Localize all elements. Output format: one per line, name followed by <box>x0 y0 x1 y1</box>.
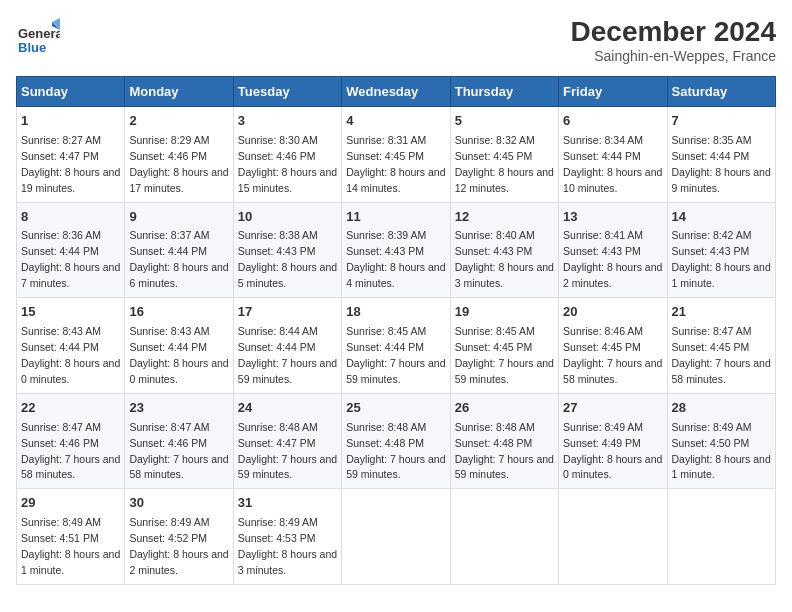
calendar-table: Sunday Monday Tuesday Wednesday Thursday… <box>16 76 776 585</box>
calendar-cell: 13Sunrise: 8:41 AMSunset: 4:43 PMDayligh… <box>559 202 667 298</box>
day-number: 13 <box>563 208 662 227</box>
day-number: 15 <box>21 303 120 322</box>
calendar-cell: 31Sunrise: 8:49 AMSunset: 4:53 PMDayligh… <box>233 489 341 585</box>
cell-details: Sunrise: 8:45 AMSunset: 4:44 PMDaylight:… <box>346 325 445 385</box>
main-title: December 2024 <box>571 16 776 48</box>
calendar-cell: 8Sunrise: 8:36 AMSunset: 4:44 PMDaylight… <box>17 202 125 298</box>
calendar-week-row: 29Sunrise: 8:49 AMSunset: 4:51 PMDayligh… <box>17 489 776 585</box>
cell-details: Sunrise: 8:43 AMSunset: 4:44 PMDaylight:… <box>129 325 228 385</box>
calendar-cell: 18Sunrise: 8:45 AMSunset: 4:44 PMDayligh… <box>342 298 450 394</box>
calendar-cell: 2Sunrise: 8:29 AMSunset: 4:46 PMDaylight… <box>125 107 233 203</box>
day-number: 19 <box>455 303 554 322</box>
col-monday: Monday <box>125 77 233 107</box>
day-number: 25 <box>346 399 445 418</box>
calendar-cell: 12Sunrise: 8:40 AMSunset: 4:43 PMDayligh… <box>450 202 558 298</box>
day-number: 30 <box>129 494 228 513</box>
calendar-cell: 11Sunrise: 8:39 AMSunset: 4:43 PMDayligh… <box>342 202 450 298</box>
cell-details: Sunrise: 8:41 AMSunset: 4:43 PMDaylight:… <box>563 229 662 289</box>
cell-details: Sunrise: 8:44 AMSunset: 4:44 PMDaylight:… <box>238 325 337 385</box>
cell-details: Sunrise: 8:49 AMSunset: 4:51 PMDaylight:… <box>21 516 120 576</box>
day-number: 2 <box>129 112 228 131</box>
day-number: 4 <box>346 112 445 131</box>
calendar-cell <box>559 489 667 585</box>
calendar-cell: 3Sunrise: 8:30 AMSunset: 4:46 PMDaylight… <box>233 107 341 203</box>
calendar-cell: 10Sunrise: 8:38 AMSunset: 4:43 PMDayligh… <box>233 202 341 298</box>
cell-details: Sunrise: 8:48 AMSunset: 4:47 PMDaylight:… <box>238 421 337 481</box>
calendar-cell: 4Sunrise: 8:31 AMSunset: 4:45 PMDaylight… <box>342 107 450 203</box>
day-number: 23 <box>129 399 228 418</box>
calendar-cell: 30Sunrise: 8:49 AMSunset: 4:52 PMDayligh… <box>125 489 233 585</box>
cell-details: Sunrise: 8:34 AMSunset: 4:44 PMDaylight:… <box>563 134 662 194</box>
cell-details: Sunrise: 8:38 AMSunset: 4:43 PMDaylight:… <box>238 229 337 289</box>
cell-details: Sunrise: 8:49 AMSunset: 4:49 PMDaylight:… <box>563 421 662 481</box>
calendar-week-row: 8Sunrise: 8:36 AMSunset: 4:44 PMDaylight… <box>17 202 776 298</box>
cell-details: Sunrise: 8:49 AMSunset: 4:52 PMDaylight:… <box>129 516 228 576</box>
cell-details: Sunrise: 8:43 AMSunset: 4:44 PMDaylight:… <box>21 325 120 385</box>
cell-details: Sunrise: 8:48 AMSunset: 4:48 PMDaylight:… <box>346 421 445 481</box>
svg-text:Blue: Blue <box>18 40 46 55</box>
calendar-week-row: 1Sunrise: 8:27 AMSunset: 4:47 PMDaylight… <box>17 107 776 203</box>
calendar-cell: 9Sunrise: 8:37 AMSunset: 4:44 PMDaylight… <box>125 202 233 298</box>
calendar-cell: 6Sunrise: 8:34 AMSunset: 4:44 PMDaylight… <box>559 107 667 203</box>
calendar-cell: 23Sunrise: 8:47 AMSunset: 4:46 PMDayligh… <box>125 393 233 489</box>
page-header: General Blue December 2024 Sainghin-en-W… <box>16 16 776 64</box>
day-number: 14 <box>672 208 771 227</box>
calendar-cell: 22Sunrise: 8:47 AMSunset: 4:46 PMDayligh… <box>17 393 125 489</box>
calendar-cell: 20Sunrise: 8:46 AMSunset: 4:45 PMDayligh… <box>559 298 667 394</box>
day-number: 3 <box>238 112 337 131</box>
day-number: 9 <box>129 208 228 227</box>
cell-details: Sunrise: 8:36 AMSunset: 4:44 PMDaylight:… <box>21 229 120 289</box>
col-saturday: Saturday <box>667 77 775 107</box>
day-number: 17 <box>238 303 337 322</box>
calendar-cell: 7Sunrise: 8:35 AMSunset: 4:44 PMDaylight… <box>667 107 775 203</box>
calendar-header-row: Sunday Monday Tuesday Wednesday Thursday… <box>17 77 776 107</box>
day-number: 26 <box>455 399 554 418</box>
calendar-cell: 1Sunrise: 8:27 AMSunset: 4:47 PMDaylight… <box>17 107 125 203</box>
calendar-cell: 14Sunrise: 8:42 AMSunset: 4:43 PMDayligh… <box>667 202 775 298</box>
cell-details: Sunrise: 8:35 AMSunset: 4:44 PMDaylight:… <box>672 134 771 194</box>
title-block: December 2024 Sainghin-en-Weppes, France <box>571 16 776 64</box>
cell-details: Sunrise: 8:49 AMSunset: 4:53 PMDaylight:… <box>238 516 337 576</box>
col-wednesday: Wednesday <box>342 77 450 107</box>
cell-details: Sunrise: 8:30 AMSunset: 4:46 PMDaylight:… <box>238 134 337 194</box>
calendar-cell: 29Sunrise: 8:49 AMSunset: 4:51 PMDayligh… <box>17 489 125 585</box>
svg-text:General: General <box>18 26 60 41</box>
day-number: 5 <box>455 112 554 131</box>
calendar-cell: 19Sunrise: 8:45 AMSunset: 4:45 PMDayligh… <box>450 298 558 394</box>
day-number: 1 <box>21 112 120 131</box>
cell-details: Sunrise: 8:49 AMSunset: 4:50 PMDaylight:… <box>672 421 771 481</box>
day-number: 8 <box>21 208 120 227</box>
day-number: 24 <box>238 399 337 418</box>
day-number: 31 <box>238 494 337 513</box>
calendar-cell: 5Sunrise: 8:32 AMSunset: 4:45 PMDaylight… <box>450 107 558 203</box>
cell-details: Sunrise: 8:42 AMSunset: 4:43 PMDaylight:… <box>672 229 771 289</box>
day-number: 10 <box>238 208 337 227</box>
cell-details: Sunrise: 8:47 AMSunset: 4:46 PMDaylight:… <box>21 421 120 481</box>
cell-details: Sunrise: 8:27 AMSunset: 4:47 PMDaylight:… <box>21 134 120 194</box>
day-number: 16 <box>129 303 228 322</box>
calendar-cell: 21Sunrise: 8:47 AMSunset: 4:45 PMDayligh… <box>667 298 775 394</box>
day-number: 6 <box>563 112 662 131</box>
subtitle: Sainghin-en-Weppes, France <box>571 48 776 64</box>
cell-details: Sunrise: 8:47 AMSunset: 4:46 PMDaylight:… <box>129 421 228 481</box>
day-number: 11 <box>346 208 445 227</box>
day-number: 29 <box>21 494 120 513</box>
cell-details: Sunrise: 8:37 AMSunset: 4:44 PMDaylight:… <box>129 229 228 289</box>
calendar-cell: 17Sunrise: 8:44 AMSunset: 4:44 PMDayligh… <box>233 298 341 394</box>
calendar-cell: 28Sunrise: 8:49 AMSunset: 4:50 PMDayligh… <box>667 393 775 489</box>
day-number: 20 <box>563 303 662 322</box>
calendar-cell: 26Sunrise: 8:48 AMSunset: 4:48 PMDayligh… <box>450 393 558 489</box>
day-number: 22 <box>21 399 120 418</box>
day-number: 27 <box>563 399 662 418</box>
cell-details: Sunrise: 8:32 AMSunset: 4:45 PMDaylight:… <box>455 134 554 194</box>
calendar-cell: 16Sunrise: 8:43 AMSunset: 4:44 PMDayligh… <box>125 298 233 394</box>
calendar-cell: 27Sunrise: 8:49 AMSunset: 4:49 PMDayligh… <box>559 393 667 489</box>
cell-details: Sunrise: 8:39 AMSunset: 4:43 PMDaylight:… <box>346 229 445 289</box>
cell-details: Sunrise: 8:40 AMSunset: 4:43 PMDaylight:… <box>455 229 554 289</box>
calendar-cell: 24Sunrise: 8:48 AMSunset: 4:47 PMDayligh… <box>233 393 341 489</box>
day-number: 7 <box>672 112 771 131</box>
calendar-cell: 15Sunrise: 8:43 AMSunset: 4:44 PMDayligh… <box>17 298 125 394</box>
calendar-cell <box>342 489 450 585</box>
col-thursday: Thursday <box>450 77 558 107</box>
day-number: 28 <box>672 399 771 418</box>
